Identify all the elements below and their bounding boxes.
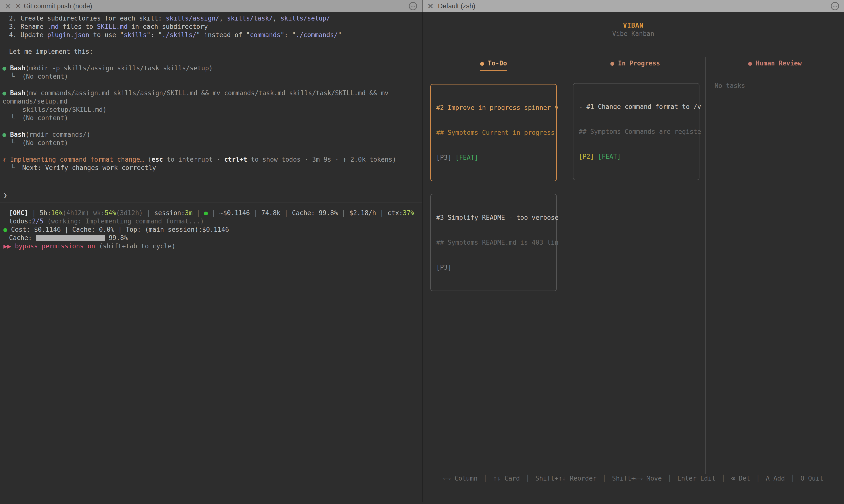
empty-column-text: No tasks	[706, 82, 844, 90]
plan-step: 4. Update plugin.json to use "skills": "…	[0, 31, 422, 39]
bypass-permissions-line: ▶▶ bypass permissions on (shift+tab to c…	[0, 242, 422, 250]
bash-command-continuation: skills/setup/SKILL.md)	[0, 106, 422, 114]
shortcut-hint: ←→ Column	[443, 474, 478, 483]
activity-indicator-icon: ✳	[15, 2, 21, 10]
priority-tag: [P2]	[579, 153, 594, 160]
cost-line: ● Cost: $0.1146 | Cache: 0.0% | Top: (ma…	[0, 226, 422, 234]
shortcut-hint: ⌫ Del	[731, 474, 750, 483]
column-header-human-review[interactable]: ● Human Review	[706, 59, 844, 70]
column-in-progress: ● In Progress - #1 Change command format…	[564, 57, 705, 474]
column-dot-icon: ●	[480, 59, 484, 67]
ellipsis-menu-icon[interactable]	[409, 2, 417, 10]
next-step-line: └ Next: Verify changes work correctly	[0, 164, 422, 172]
bash-result: └ (No content)	[0, 139, 422, 147]
feature-tag: [FEAT]	[598, 153, 621, 160]
card-subtitle: ## Symptoms Current in_progress	[436, 128, 551, 137]
close-icon[interactable]: ✕	[427, 2, 433, 11]
card-title: - #1 Change command format to /v	[579, 103, 694, 111]
cache-line: Cache: 99.8%	[0, 234, 422, 242]
column-header-todo[interactable]: ● To-Do	[423, 59, 564, 71]
bash-command: ● Bash(mv commands/assign.md skills/assi…	[0, 89, 422, 106]
column-human-review: ● Human Review No tasks	[705, 57, 844, 474]
screen: ✕ ✳ NPM Token Setup (node) viban setup c…	[0, 0, 844, 504]
shortcut-hint: A Add	[766, 474, 785, 483]
app-title: VIBAN	[423, 21, 844, 30]
pane-title: Git commit push (node)	[24, 2, 92, 10]
task-card[interactable]: #3 Simplify README - too verbose ## Symp…	[430, 194, 557, 291]
column-dot-icon: ●	[748, 59, 752, 67]
column-dot-icon: ●	[610, 59, 614, 67]
shortcut-hint: Q Quit	[801, 474, 824, 483]
git-terminal-output[interactable]: 2. Create subdirectories for each skill:…	[0, 12, 422, 251]
task-card[interactable]: - #1 Change command format to /v ## Symp…	[573, 83, 699, 180]
plan-step: 2. Create subdirectories for each skill:…	[0, 14, 422, 22]
plan-step: 3. Rename .md files to SKILL.md in each …	[0, 22, 422, 31]
column-header-in-progress[interactable]: ● In Progress	[565, 59, 705, 70]
shortcut-hint: Shift+↑↓ Reorder	[535, 474, 596, 483]
kanban-board: VIBAN Vibe Kanban ● To-Do #2 Improve in_…	[423, 12, 844, 502]
git-commit-push-pane: ✕ ✳ Git commit push (node) 2. Create sub…	[0, 0, 422, 251]
close-icon[interactable]: ✕	[5, 2, 11, 11]
prompt-symbol: ❯	[3, 192, 7, 199]
kanban-pane: ✕ Default (zsh) VIBAN Vibe Kanban ● To-D…	[422, 0, 844, 502]
shortcut-hint: Shift+←→ Move	[612, 474, 662, 483]
working-spinner-line: ✳ Implementing command format change… (e…	[0, 155, 422, 164]
feature-tag: [FEAT]	[455, 154, 478, 161]
card-title: #3 Simplify README - too verbose	[436, 213, 551, 222]
card-title: #2 Improve in_progress spinner v	[436, 104, 551, 112]
card-subtitle: ## Symptoms Commands are registe	[579, 127, 694, 136]
bash-result: └ (No content)	[0, 114, 422, 122]
bash-result: └ (No content)	[0, 72, 422, 80]
bash-command: ● Bash(rmdir commands/)	[0, 130, 422, 139]
prompt-input[interactable]: ❯	[0, 189, 422, 202]
kanban-columns: ● To-Do #2 Improve in_progress spinner v…	[423, 57, 844, 474]
priority-tag: [P3]	[436, 154, 452, 161]
priority-tag: [P3]	[436, 264, 452, 271]
column-todo: ● To-Do #2 Improve in_progress spinner v…	[423, 57, 564, 474]
app-subtitle: Vibe Kanban	[423, 30, 844, 38]
todos-line: todos:2/5 (working: Implementing command…	[0, 217, 422, 226]
cache-label: Cache:	[9, 234, 32, 242]
keyboard-shortcuts-bar: ←→ Column │ ↑↓ Card │ Shift+↑↓ Reorder │…	[423, 474, 844, 483]
cache-percent: 99.8%	[109, 234, 128, 242]
status-line: [OMC] | 5h:16%(4h12m) wk:54%(3d12h) | se…	[0, 209, 422, 217]
pane-title: Default (zsh)	[438, 2, 475, 10]
task-card[interactable]: #2 Improve in_progress spinner v ## Symp…	[430, 84, 557, 181]
bash-command: ● Bash(mkdir -p skills/assign skills/tas…	[0, 64, 422, 72]
git-pane-titlebar[interactable]: ✕ ✳ Git commit push (node)	[0, 0, 422, 12]
assistant-text: Let me implement this:	[0, 47, 422, 56]
cache-progress-bar	[36, 235, 105, 241]
kanban-pane-titlebar[interactable]: ✕ Default (zsh)	[423, 0, 844, 12]
card-subtitle: ## Symptoms README.md is 403 lin	[436, 238, 551, 247]
shortcut-hint: ↑↓ Card	[493, 474, 520, 483]
shortcut-hint: Enter Edit	[678, 474, 716, 483]
ellipsis-menu-icon[interactable]	[831, 2, 839, 10]
